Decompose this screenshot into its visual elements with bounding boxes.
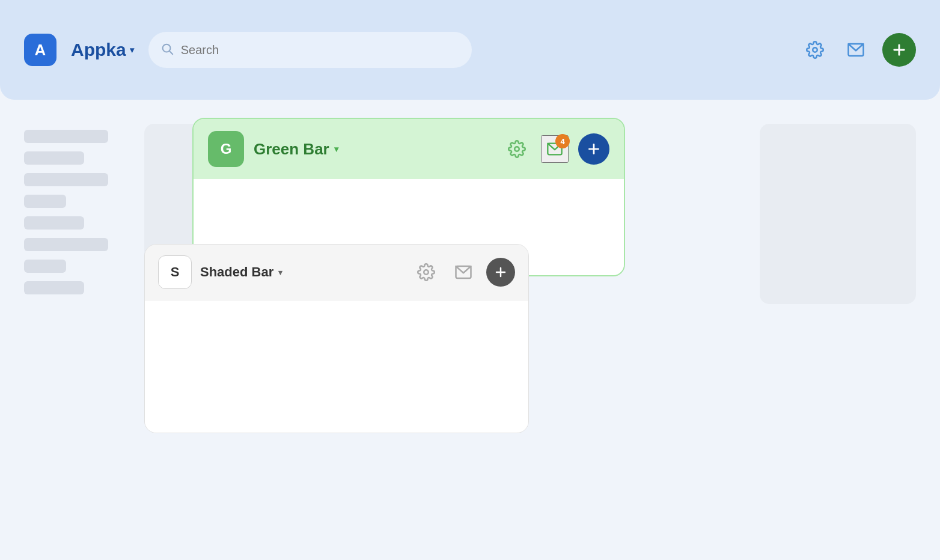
sidebar-item xyxy=(24,281,84,294)
green-bar-actions: 4 xyxy=(502,133,609,165)
header-icons xyxy=(801,33,916,67)
add-main-button[interactable] xyxy=(882,33,916,67)
svg-point-10 xyxy=(424,270,429,275)
mail-button[interactable] xyxy=(841,35,870,64)
shaded-bar-card: S Shaded Bar ▾ xyxy=(144,244,529,433)
shaded-bar-add-button[interactable] xyxy=(486,258,515,287)
sidebar-item xyxy=(24,151,84,165)
sidebar-item xyxy=(24,238,108,251)
sidebar-item xyxy=(24,130,108,143)
svg-point-6 xyxy=(514,147,519,151)
shaded-bar-avatar: S xyxy=(158,255,192,289)
sidebar-item xyxy=(24,260,66,273)
green-bar-settings-button[interactable] xyxy=(502,135,531,163)
green-bar-title[interactable]: Green Bar ▾ xyxy=(254,140,338,159)
green-bar-avatar: G xyxy=(208,131,244,167)
notification-badge: 4 xyxy=(555,134,570,148)
cards-area: G Green Bar ▾ xyxy=(144,118,916,316)
shaded-bar-header: S Shaded Bar ▾ xyxy=(145,245,528,300)
main-content: G Green Bar ▾ xyxy=(0,100,940,334)
search-input[interactable] xyxy=(181,43,460,57)
app-title[interactable]: Appka ▾ xyxy=(71,40,134,60)
shaded-bar-actions xyxy=(412,258,515,287)
sidebar-item xyxy=(24,173,108,186)
svg-line-1 xyxy=(169,51,172,54)
svg-point-2 xyxy=(813,47,817,52)
green-bar-header: G Green Bar ▾ xyxy=(194,119,624,179)
green-bar-add-button[interactable] xyxy=(578,133,609,165)
header: A Appka ▾ xyxy=(0,0,940,100)
shaded-bar-mail-button[interactable] xyxy=(449,258,478,287)
search-bar[interactable] xyxy=(148,32,472,68)
sidebar-item xyxy=(24,216,84,230)
sidebar xyxy=(24,118,132,316)
green-bar-chevron-icon: ▾ xyxy=(334,144,338,154)
bg-card-right xyxy=(760,124,916,304)
search-icon xyxy=(160,42,174,58)
settings-button[interactable] xyxy=(801,35,829,64)
shaded-bar-title[interactable]: Shaded Bar ▾ xyxy=(200,264,282,280)
shaded-bar-body xyxy=(145,300,528,433)
app-title-chevron-icon: ▾ xyxy=(130,45,134,55)
shaded-bar-settings-button[interactable] xyxy=(412,258,441,287)
sidebar-item xyxy=(24,195,66,208)
green-bar-mail-button[interactable]: 4 xyxy=(541,135,569,163)
app-logo: A xyxy=(24,34,56,66)
shaded-bar-chevron-icon: ▾ xyxy=(278,268,282,277)
